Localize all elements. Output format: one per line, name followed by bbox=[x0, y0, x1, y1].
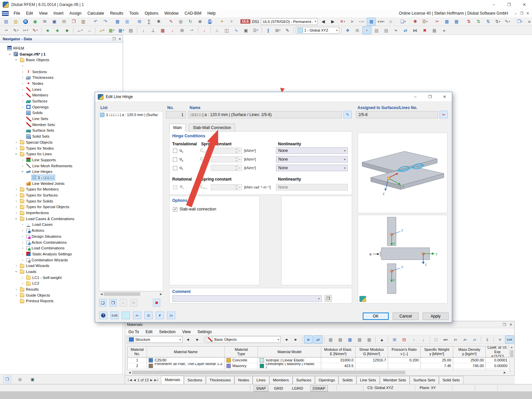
menu-tools[interactable]: Tools bbox=[126, 9, 142, 17]
spring-detail-icon[interactable]: ▸ bbox=[238, 156, 242, 162]
generate-tree-2-icon[interactable]: ♣ bbox=[53, 26, 62, 34]
decimal-places-icon[interactable]: 0,00 bbox=[505, 335, 514, 343]
structure-combo[interactable]: Structure▾ bbox=[127, 336, 183, 343]
select-row-icon[interactable]: ➤ bbox=[304, 335, 313, 343]
empty-cell-icon[interactable]: □ bbox=[432, 335, 441, 343]
ok-button[interactable]: OK bbox=[363, 313, 389, 320]
settings-gear-icon[interactable]: ✱ bbox=[411, 18, 420, 26]
column-header-material-model[interactable]: Material Model bbox=[258, 346, 321, 357]
fx-3-icon[interactable]: ƒx bbox=[470, 335, 479, 343]
generated-node-1-icon[interactable]: ✦ bbox=[217, 18, 226, 26]
wave-display-icon[interactable]: ∿ bbox=[232, 26, 241, 34]
column-header-g-n-mm[interactable]: Shear ModulusG [N/mm²] bbox=[355, 346, 388, 357]
redo-icon[interactable]: ↷ bbox=[101, 18, 110, 26]
help-icon[interactable]: ? bbox=[99, 312, 107, 319]
materials-close-icon[interactable]: ✕ bbox=[509, 323, 512, 327]
frame-view-2-icon[interactable]: ◫ bbox=[222, 26, 231, 34]
table-grid-3-icon[interactable]: ▦ bbox=[345, 335, 354, 343]
dimension-1-icon[interactable]: ↔▾ bbox=[75, 26, 84, 34]
percent-display-icon[interactable]: % bbox=[391, 26, 400, 34]
tree-item-rfem[interactable]: RFEM bbox=[0, 45, 123, 51]
basic-objects-combo[interactable]: Basic Objects▾ bbox=[206, 336, 281, 343]
navigator-float-icon[interactable]: ❐ bbox=[112, 37, 116, 41]
materials-menu-view[interactable]: View bbox=[179, 330, 194, 334]
apply-button[interactable]: Apply bbox=[423, 313, 449, 320]
work-plane-status[interactable]: Plane: XY bbox=[420, 386, 436, 390]
show-values-icon[interactable]: ▦ bbox=[367, 18, 376, 26]
checkbox-ux[interactable] bbox=[173, 149, 177, 153]
slab-wall-connection-checkbox[interactable] bbox=[173, 207, 177, 211]
tree-item-garage-rf6-1[interactable]: ›Garage.rf6* | 1 bbox=[0, 51, 123, 57]
color-swatch-icon[interactable] bbox=[122, 312, 130, 319]
column-header-1-c[interactable]: Coeff. of Th. Expα [1/°C] bbox=[486, 346, 509, 357]
zoom-select-icon[interactable]: ⊕ bbox=[196, 18, 204, 26]
table-tab-solids[interactable]: Solids bbox=[338, 376, 356, 384]
row-delete-icon[interactable]: ⊟ bbox=[400, 335, 409, 343]
materials-menu-edit[interactable]: Edit bbox=[142, 330, 156, 334]
spring-constant-input-ux[interactable] bbox=[211, 148, 238, 154]
mesh-settings-icon[interactable]: ▤ bbox=[126, 26, 135, 34]
solid-view-1-icon[interactable]: ▧ bbox=[372, 26, 381, 34]
dialog-maximize-icon[interactable]: ❐ bbox=[423, 92, 437, 101]
sort-x-icon[interactable]: ⇅ bbox=[464, 18, 473, 26]
last-page-icon[interactable]: ▶❘ bbox=[154, 378, 159, 382]
checkbox-uy[interactable] bbox=[173, 157, 177, 162]
camera-icon[interactable]: ▣ bbox=[29, 376, 37, 383]
copy-hinge-icon[interactable]: ❐ bbox=[109, 299, 117, 307]
table-tab-solid-sets[interactable]: Solid Sets bbox=[439, 376, 464, 384]
structure-prev-icon[interactable]: ◀ bbox=[184, 335, 193, 343]
export-icon[interactable]: ❐ bbox=[69, 18, 78, 26]
sort-free-icon[interactable]: ⇅▾ bbox=[493, 18, 502, 26]
fx-1-icon[interactable]: ƒx bbox=[451, 335, 460, 343]
table-row[interactable]: 1C25/30ConcreteIsotropic | Linear Elasti… bbox=[128, 357, 510, 363]
nonlinearity-select-uz[interactable]: None▾ bbox=[276, 165, 348, 171]
table-sum-icon[interactable]: ∑ bbox=[145, 18, 154, 26]
list-view-icon[interactable]: ≡ bbox=[495, 335, 504, 343]
find-object-icon[interactable]: ◎ bbox=[176, 18, 185, 26]
table-grid-2-icon[interactable]: ▦ bbox=[336, 335, 345, 343]
column-header-kg-m[interactable]: Mass Densityρ [kg/m³] bbox=[453, 346, 486, 357]
structure-next-icon[interactable]: ▶ bbox=[193, 335, 202, 343]
tree-item-materials[interactable]: ›Materials bbox=[0, 63, 123, 69]
edit-pen-icon[interactable]: ✎▾ bbox=[31, 26, 40, 34]
menu-insert[interactable]: Insert bbox=[51, 9, 66, 17]
dialog-minimize-icon[interactable]: – bbox=[408, 92, 423, 101]
surface-generate-icon[interactable]: ▱▾ bbox=[97, 26, 106, 34]
table-tab-member-sets[interactable]: Member Sets bbox=[380, 376, 410, 384]
line-load-icon[interactable]: ⊥ bbox=[149, 26, 158, 34]
print-icon[interactable]: ⊟ bbox=[60, 18, 68, 26]
new-window-icon[interactable]: ❏▾ bbox=[398, 18, 407, 26]
row-up-icon[interactable]: ↑ bbox=[409, 335, 418, 343]
nonlinearity-select-uy[interactable]: None▾ bbox=[276, 156, 348, 163]
generate-tree-1-icon[interactable]: ♣ bbox=[43, 26, 52, 34]
menu-cad-bim[interactable]: CAD-BIM bbox=[182, 9, 204, 17]
next-page-icon[interactable]: ▶ bbox=[150, 378, 153, 382]
toggle-snap[interactable]: SNAP bbox=[254, 385, 268, 391]
filter-clear-icon[interactable]: ✕▾ bbox=[338, 18, 347, 26]
table-grid-5-icon[interactable]: ▦ bbox=[365, 335, 374, 343]
nonlinearity-select-ux[interactable]: None▾ bbox=[276, 147, 348, 154]
table-settings-icon[interactable]: ✱ bbox=[154, 18, 163, 26]
menu-help[interactable]: Help bbox=[204, 9, 219, 17]
display-options-icon[interactable]: A▫ bbox=[133, 312, 141, 319]
fx-2-icon[interactable]: ƒx bbox=[461, 335, 469, 343]
table-grid-1-icon[interactable]: ▦ bbox=[326, 335, 335, 343]
first-page-icon[interactable]: ❘◀ bbox=[127, 378, 132, 382]
table-tab-thicknesses[interactable]: Thicknesses bbox=[206, 376, 234, 384]
sort-z-icon[interactable]: ⇅ bbox=[483, 18, 492, 26]
table-tab-line-sets[interactable]: Line Sets bbox=[356, 376, 380, 384]
column-header-kn-m[interactable]: Specific Weightγ [kN/m³] bbox=[421, 346, 453, 357]
table-tab-members[interactable]: Members bbox=[269, 376, 293, 384]
edit-mode-icon[interactable]: ✎ bbox=[167, 18, 176, 26]
grid-toggle-icon[interactable]: ⊞ bbox=[353, 26, 362, 34]
crosshair-icon[interactable]: + bbox=[362, 26, 371, 34]
doc-restore-icon[interactable]: ❐ bbox=[519, 11, 525, 16]
panel-toggle-icon[interactable]: ❐ bbox=[3, 376, 11, 383]
row-new-icon[interactable]: ⊞ bbox=[390, 335, 399, 343]
more-tools-icon[interactable]: » bbox=[525, 18, 532, 26]
menu-edit[interactable]: Edit bbox=[23, 9, 36, 17]
layers-icon[interactable]: ❐▾ bbox=[515, 18, 524, 26]
dimension-2-icon[interactable]: ↔ bbox=[85, 26, 94, 34]
formula-icon[interactable]: ƒx bbox=[167, 312, 175, 319]
solid-view-2-icon[interactable]: ▨ bbox=[382, 26, 391, 34]
